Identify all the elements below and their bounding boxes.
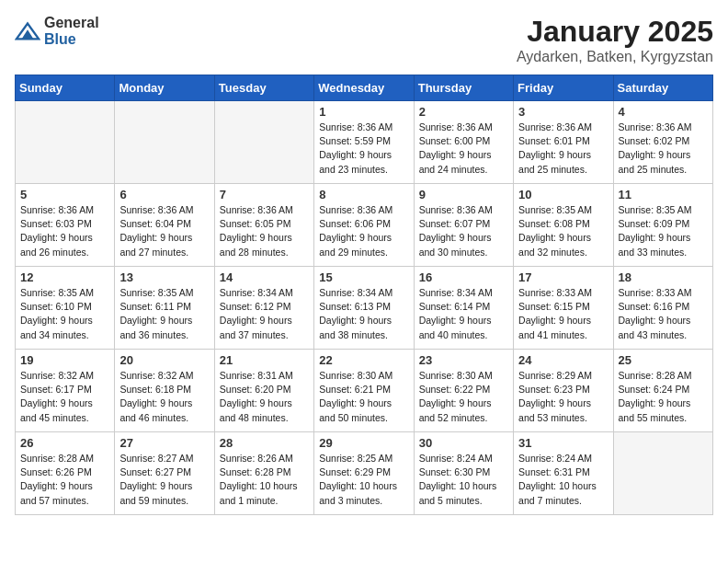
calendar-cell (214, 101, 313, 184)
weekday-header-monday: Monday (115, 75, 214, 101)
calendar-cell: 10Sunrise: 8:35 AM Sunset: 6:08 PM Dayli… (514, 184, 613, 267)
day-info: Sunrise: 8:35 AM Sunset: 6:10 PM Dayligh… (20, 286, 109, 342)
day-number: 19 (20, 353, 109, 367)
weekday-header-row: SundayMondayTuesdayWednesdayThursdayFrid… (16, 75, 713, 101)
calendar-cell: 20Sunrise: 8:32 AM Sunset: 6:18 PM Dayli… (115, 350, 214, 432)
day-info: Sunrise: 8:28 AM Sunset: 6:26 PM Dayligh… (20, 452, 109, 508)
day-info: Sunrise: 8:36 AM Sunset: 5:59 PM Dayligh… (319, 121, 408, 177)
logo-text: General Blue (44, 15, 99, 47)
calendar-cell: 18Sunrise: 8:33 AM Sunset: 6:16 PM Dayli… (613, 267, 712, 350)
day-number: 29 (319, 436, 408, 450)
day-info: Sunrise: 8:24 AM Sunset: 6:31 PM Dayligh… (518, 452, 608, 508)
calendar-cell (115, 101, 214, 184)
calendar-cell: 23Sunrise: 8:30 AM Sunset: 6:22 PM Dayli… (414, 350, 513, 432)
day-info: Sunrise: 8:36 AM Sunset: 6:00 PM Dayligh… (419, 121, 508, 177)
calendar-table: SundayMondayTuesdayWednesdayThursdayFrid… (15, 75, 713, 515)
calendar-cell: 13Sunrise: 8:35 AM Sunset: 6:11 PM Dayli… (115, 267, 214, 350)
weekday-header-friday: Friday (514, 75, 613, 101)
weekday-header-saturday: Saturday (613, 75, 712, 101)
day-info: Sunrise: 8:30 AM Sunset: 6:21 PM Dayligh… (319, 369, 408, 425)
weekday-header-tuesday: Tuesday (214, 75, 313, 101)
page-header: General Blue January 2025 Aydarken, Batk… (15, 15, 713, 65)
calendar-cell: 2Sunrise: 8:36 AM Sunset: 6:00 PM Daylig… (414, 101, 513, 184)
day-info: Sunrise: 8:36 AM Sunset: 6:02 PM Dayligh… (619, 121, 708, 177)
calendar-cell: 27Sunrise: 8:27 AM Sunset: 6:27 PM Dayli… (115, 432, 214, 515)
day-info: Sunrise: 8:35 AM Sunset: 6:08 PM Dayligh… (518, 203, 608, 259)
day-number: 17 (518, 270, 608, 284)
day-info: Sunrise: 8:34 AM Sunset: 6:12 PM Dayligh… (220, 286, 309, 342)
day-info: Sunrise: 8:31 AM Sunset: 6:20 PM Dayligh… (220, 369, 309, 425)
weekday-header-sunday: Sunday (16, 75, 115, 101)
day-number: 11 (619, 188, 708, 201)
day-number: 4 (619, 105, 708, 119)
week-row-4: 19Sunrise: 8:32 AM Sunset: 6:17 PM Dayli… (16, 350, 713, 432)
day-number: 15 (319, 270, 408, 284)
calendar-cell: 16Sunrise: 8:34 AM Sunset: 6:14 PM Dayli… (414, 267, 513, 350)
calendar-cell: 17Sunrise: 8:33 AM Sunset: 6:15 PM Dayli… (514, 267, 613, 350)
calendar-cell: 8Sunrise: 8:36 AM Sunset: 6:06 PM Daylig… (314, 184, 414, 267)
day-info: Sunrise: 8:34 AM Sunset: 6:13 PM Dayligh… (319, 286, 408, 342)
day-number: 13 (119, 270, 209, 284)
calendar-cell: 3Sunrise: 8:36 AM Sunset: 6:01 PM Daylig… (514, 101, 613, 184)
week-row-2: 5Sunrise: 8:36 AM Sunset: 6:03 PM Daylig… (16, 184, 713, 267)
day-number: 20 (119, 353, 209, 367)
day-number: 9 (419, 188, 508, 201)
day-number: 18 (619, 270, 708, 284)
day-number: 2 (419, 105, 508, 119)
day-info: Sunrise: 8:27 AM Sunset: 6:27 PM Dayligh… (119, 452, 209, 508)
day-number: 8 (319, 188, 408, 201)
calendar-cell: 21Sunrise: 8:31 AM Sunset: 6:20 PM Dayli… (214, 350, 313, 432)
calendar-cell (16, 101, 115, 184)
day-info: Sunrise: 8:35 AM Sunset: 6:09 PM Dayligh… (619, 203, 708, 259)
calendar-cell: 26Sunrise: 8:28 AM Sunset: 6:26 PM Dayli… (16, 432, 115, 515)
day-info: Sunrise: 8:35 AM Sunset: 6:11 PM Dayligh… (119, 286, 209, 342)
day-number: 12 (20, 270, 109, 284)
day-number: 25 (619, 353, 708, 367)
day-number: 10 (518, 188, 608, 201)
calendar-cell: 12Sunrise: 8:35 AM Sunset: 6:10 PM Dayli… (16, 267, 115, 350)
calendar-cell: 14Sunrise: 8:34 AM Sunset: 6:12 PM Dayli… (214, 267, 313, 350)
calendar-cell: 31Sunrise: 8:24 AM Sunset: 6:31 PM Dayli… (514, 432, 613, 515)
day-info: Sunrise: 8:25 AM Sunset: 6:29 PM Dayligh… (319, 452, 408, 508)
day-number: 5 (20, 188, 109, 201)
day-number: 1 (319, 105, 408, 119)
day-info: Sunrise: 8:32 AM Sunset: 6:18 PM Dayligh… (119, 369, 209, 425)
week-row-1: 1Sunrise: 8:36 AM Sunset: 5:59 PM Daylig… (16, 101, 713, 184)
day-info: Sunrise: 8:36 AM Sunset: 6:03 PM Dayligh… (20, 203, 109, 259)
day-number: 3 (518, 105, 608, 119)
day-number: 14 (220, 270, 309, 284)
day-info: Sunrise: 8:34 AM Sunset: 6:14 PM Dayligh… (419, 286, 508, 342)
day-number: 22 (319, 353, 408, 367)
logo-icon (15, 18, 40, 44)
day-number: 7 (220, 188, 309, 201)
calendar-cell: 19Sunrise: 8:32 AM Sunset: 6:17 PM Dayli… (16, 350, 115, 432)
day-info: Sunrise: 8:36 AM Sunset: 6:05 PM Dayligh… (220, 203, 309, 259)
day-info: Sunrise: 8:33 AM Sunset: 6:16 PM Dayligh… (619, 286, 708, 342)
day-number: 28 (220, 436, 309, 450)
calendar-cell: 5Sunrise: 8:36 AM Sunset: 6:03 PM Daylig… (16, 184, 115, 267)
day-number: 16 (419, 270, 508, 284)
day-number: 26 (20, 436, 109, 450)
calendar-cell: 25Sunrise: 8:28 AM Sunset: 6:24 PM Dayli… (613, 350, 712, 432)
day-info: Sunrise: 8:24 AM Sunset: 6:30 PM Dayligh… (419, 452, 508, 508)
day-number: 31 (518, 436, 608, 450)
calendar-cell (613, 432, 712, 515)
logo: General Blue (15, 15, 99, 47)
day-info: Sunrise: 8:32 AM Sunset: 6:17 PM Dayligh… (20, 369, 109, 425)
weekday-header-thursday: Thursday (414, 75, 513, 101)
day-info: Sunrise: 8:30 AM Sunset: 6:22 PM Dayligh… (419, 369, 508, 425)
calendar-cell: 29Sunrise: 8:25 AM Sunset: 6:29 PM Dayli… (314, 432, 414, 515)
title-block: January 2025 Aydarken, Batken, Kyrgyzsta… (517, 15, 713, 65)
day-info: Sunrise: 8:36 AM Sunset: 6:01 PM Dayligh… (518, 121, 608, 177)
day-number: 23 (419, 353, 508, 367)
calendar-cell: 15Sunrise: 8:34 AM Sunset: 6:13 PM Dayli… (314, 267, 414, 350)
logo-blue-text: Blue (44, 31, 99, 48)
day-info: Sunrise: 8:28 AM Sunset: 6:24 PM Dayligh… (619, 369, 708, 425)
calendar-cell: 24Sunrise: 8:29 AM Sunset: 6:23 PM Dayli… (514, 350, 613, 432)
day-info: Sunrise: 8:29 AM Sunset: 6:23 PM Dayligh… (518, 369, 608, 425)
week-row-5: 26Sunrise: 8:28 AM Sunset: 6:26 PM Dayli… (16, 432, 713, 515)
day-info: Sunrise: 8:26 AM Sunset: 6:28 PM Dayligh… (220, 452, 309, 508)
day-info: Sunrise: 8:33 AM Sunset: 6:15 PM Dayligh… (518, 286, 608, 342)
day-info: Sunrise: 8:36 AM Sunset: 6:06 PM Dayligh… (319, 203, 408, 259)
day-number: 21 (220, 353, 309, 367)
